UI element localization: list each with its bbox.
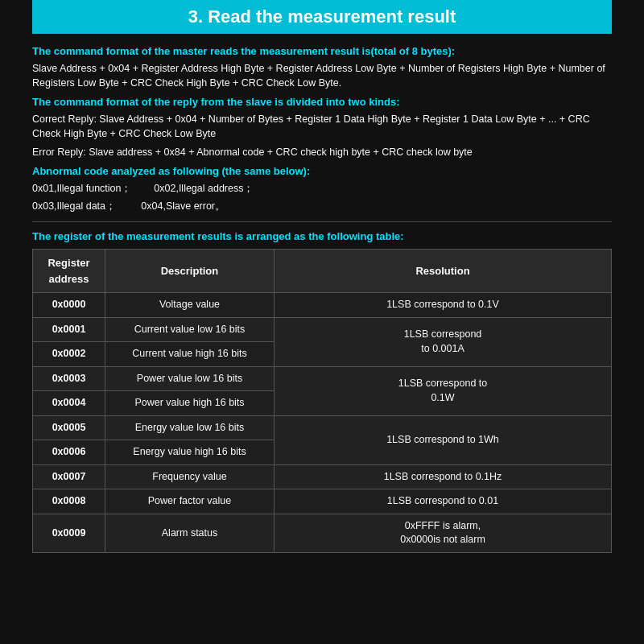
table-row: 0x0007Frequency value1LSB correspond to … xyxy=(33,464,612,489)
table-row: 0x0005Energy value low 16 bits1LSB corre… xyxy=(33,415,612,440)
table-header-row: Registeraddress Description Resolution xyxy=(33,250,612,293)
register-address: 0x0008 xyxy=(33,489,105,514)
table-section: The register of the measurement results … xyxy=(32,229,612,553)
register-description: Power value high 16 bits xyxy=(105,391,275,416)
register-description: Power value low 16 bits xyxy=(105,366,275,391)
register-description: Energy value high 16 bits xyxy=(105,440,275,465)
register-address: 0x0003 xyxy=(33,366,105,391)
section1-heading: The command format of the master reads t… xyxy=(32,43,612,60)
table-row: 0x0000Voltage value1LSB correspond to 0.… xyxy=(33,293,612,318)
register-address: 0x0005 xyxy=(33,415,105,440)
code-row2-col1: 0x03,Illegal data； xyxy=(32,200,116,212)
page-title: 3. Read the measurement result xyxy=(32,6,612,27)
register-address: 0x0002 xyxy=(33,342,105,367)
register-address: 0x0001 xyxy=(33,317,105,342)
register-resolution: 1LSB correspond to 1Wh xyxy=(275,415,612,464)
measurement-table: Registeraddress Description Resolution 0… xyxy=(32,249,612,553)
register-resolution: 1LSB correspond to 0.1W xyxy=(275,366,612,415)
table-row: 0x0001Current value low 16 bits1LSB corr… xyxy=(33,317,612,342)
register-description: Alarm status xyxy=(105,514,275,552)
register-resolution: 1LSB correspond to 0.01 xyxy=(275,489,612,514)
register-resolution: 1LSB correspond to 0.1Hz xyxy=(275,464,612,489)
content: The command format of the master reads t… xyxy=(32,40,612,553)
register-description: Frequency value xyxy=(105,464,275,489)
divider xyxy=(32,221,612,222)
register-address: 0x0000 xyxy=(33,293,105,318)
register-address: 0x0007 xyxy=(33,464,105,489)
code-row1-col1: 0x01,Illegal function； xyxy=(32,183,132,194)
register-resolution: 1LSB correspond to 0.1V xyxy=(275,293,612,318)
col-header-description: Description xyxy=(105,250,275,293)
section3-heading: Abnormal code analyzed as following (the… xyxy=(32,163,612,180)
register-description: Voltage value xyxy=(105,293,275,318)
abnormal-codes: 0x01,Illegal function； 0x02,Illegal addr… xyxy=(32,180,612,215)
register-description: Current value low 16 bits xyxy=(105,317,275,342)
register-resolution: 1LSB correspond to 0.001A xyxy=(275,317,612,366)
section2-correct: Correct Reply: Slave Address + 0x04 + Nu… xyxy=(32,112,612,142)
page: 3. Read the measurement result The comma… xyxy=(0,0,644,644)
register-address: 0x0009 xyxy=(33,514,105,552)
register-description: Current value high 16 bits xyxy=(105,342,275,367)
code-row2-col2: 0x04,Slave error。 xyxy=(141,200,225,212)
section2-error: Error Reply: Slave address + 0x84 + Abno… xyxy=(32,145,612,160)
register-description: Power factor value xyxy=(105,489,275,514)
col-header-address: Registeraddress xyxy=(33,250,105,293)
section2-heading: The command format of the reply from the… xyxy=(32,94,612,110)
table-row: 0x0008Power factor value1LSB correspond … xyxy=(33,489,612,514)
title-bar: 3. Read the measurement result xyxy=(32,0,612,34)
table-row: 0x0009Alarm status0xFFFF is alarm, 0x000… xyxy=(33,514,612,552)
code-row1-col2: 0x02,Illegal address； xyxy=(154,183,254,194)
register-address: 0x0006 xyxy=(33,440,105,465)
register-description: Energy value low 16 bits xyxy=(105,415,275,440)
table-heading: The register of the measurement results … xyxy=(32,229,612,245)
register-resolution: 0xFFFF is alarm, 0x0000is not alarm xyxy=(275,514,612,552)
register-address: 0x0004 xyxy=(33,391,105,416)
table-row: 0x0003Power value low 16 bits1LSB corres… xyxy=(33,366,612,391)
col-header-resolution: Resolution xyxy=(275,250,612,293)
section1-body: Slave Address + 0x04 + Register Address … xyxy=(32,61,612,92)
